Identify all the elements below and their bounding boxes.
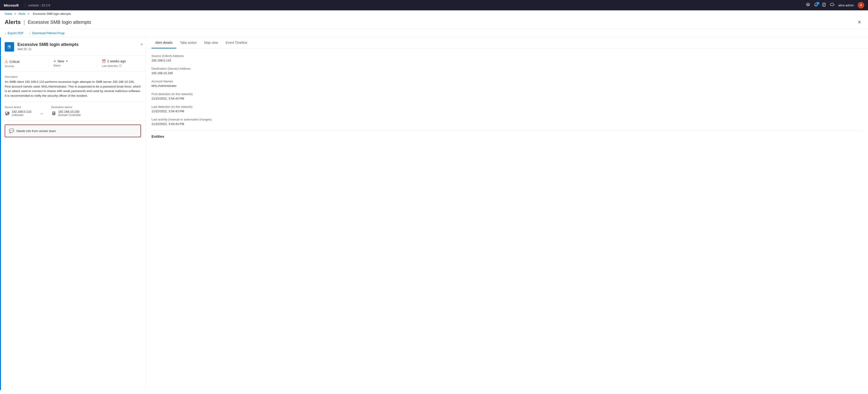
account-names-label: Account Names: [152, 80, 862, 83]
breadcrumb-current: Excessive SMB login attempts: [33, 12, 71, 16]
last-detection-label: Last detection: [102, 64, 118, 67]
notifications-icon[interactable]: 0: [814, 3, 818, 8]
settings-icon[interactable]: [806, 3, 810, 8]
breadcrumb-home[interactable]: Home: [5, 12, 12, 16]
dest-server-label: Destination (Server) Address: [152, 67, 862, 70]
download-icon: ↓: [5, 31, 6, 35]
entities-label: Entities: [152, 134, 862, 139]
download-pcap-label: Download Filtered Pcap: [32, 31, 64, 35]
right-panel: Alert details Take action Map view Event…: [146, 37, 868, 390]
alert-description: Description An SMB client 192.168.0.110 …: [0, 71, 146, 102]
page-title-divider: |: [24, 19, 25, 25]
status-meta: ✳ New ▼ Status: [53, 59, 97, 67]
alert-details-content: Source (Client) Address 192.168.0.110 De…: [146, 49, 868, 144]
alert-panel-title: Excessive SMB login attempts: [18, 42, 141, 47]
tenant-name: contoso - 22.2.6: [28, 3, 50, 7]
main-content: ⛨ Excessive SMB login attempts Alert ID:…: [0, 37, 868, 390]
last-activity-group: Last activity (manual or automated chang…: [152, 118, 862, 126]
arrow-icon: →: [39, 111, 43, 116]
download-pcap-button[interactable]: ↓ Download Filtered Pcap: [29, 31, 65, 35]
description-label: Description: [5, 75, 141, 78]
source-device-label: Source device: [5, 106, 31, 109]
account-names-group: Account Names MAL/Administrator: [152, 80, 862, 88]
page-header: Alerts | Excessive SMB login attempts ✕: [0, 18, 868, 29]
account-names-value: MAL/Administrator: [152, 84, 862, 88]
info-box-text: Needs info from vendor team: [17, 129, 56, 133]
dest-device-label: Destination device: [51, 106, 81, 109]
destination-device: Destination device 🖥 192.168.10.100 Doma…: [51, 106, 81, 117]
first-detection-label: First detection (in the network): [152, 92, 862, 96]
last-detection-info-icon[interactable]: ⓘ: [119, 64, 122, 67]
last-detection-net-value: 11/22/2022, 3:54:43 PM: [152, 110, 862, 113]
source-ip: 192.168.0.110: [12, 110, 31, 114]
left-accent: [0, 37, 1, 390]
source-device-icon: 🖳: [5, 111, 10, 117]
detail-divider: [152, 130, 862, 131]
dest-type: Domain Controller: [58, 114, 81, 117]
action-bar: ↓ Export PDF ↓ Download Filtered Pcap: [0, 29, 868, 37]
comment-icon: 💬: [9, 128, 14, 133]
info-box[interactable]: 💬 Needs info from vendor team: [5, 124, 141, 137]
tabs: Alert details Take action Map view Event…: [146, 37, 868, 49]
notification-count: 0: [816, 2, 819, 5]
first-detection-value: 11/22/2022, 3:54:43 PM: [152, 97, 862, 100]
source-type: Unknown: [12, 114, 31, 117]
export-pdf-label: Export PDF: [8, 31, 24, 35]
last-activity-value: 11/22/2022, 3:54:43 PM: [152, 122, 862, 126]
page-title: Alerts: [5, 19, 21, 25]
tab-alert-details[interactable]: Alert details: [152, 37, 176, 49]
book-icon[interactable]: [822, 3, 826, 8]
breadcrumb-alerts[interactable]: Alerts: [18, 12, 26, 16]
status-label: Status: [53, 64, 92, 67]
status-spinner-icon: ✳: [53, 59, 56, 63]
dest-server-group: Destination (Server) Address 192.168.10.…: [152, 67, 862, 75]
detection-meta: ⏰ 2 weeks ago Last detection ⓘ: [102, 59, 141, 67]
tab-event-timeline[interactable]: Event Timeline: [222, 37, 251, 49]
first-detection-group: First detection (in the network) 11/22/2…: [152, 92, 862, 100]
download-pcap-icon: ↓: [29, 31, 31, 35]
collapse-button[interactable]: »: [141, 42, 143, 47]
last-activity-label: Last activity (manual or automated chang…: [152, 118, 862, 121]
microsoft-logo: Microsoft: [4, 3, 19, 7]
severity-value: Critical: [9, 60, 20, 64]
dest-device-icon: 🖥: [51, 111, 56, 117]
dest-server-value: 192.168.10.100: [152, 71, 862, 75]
time-icon: ⏰: [102, 59, 106, 63]
left-panel: ⛨ Excessive SMB login attempts Alert ID:…: [0, 37, 146, 390]
close-button[interactable]: ✕: [856, 18, 863, 26]
dest-ip: 192.168.10.100: [58, 110, 81, 114]
user-avatar[interactable]: A: [858, 2, 864, 8]
tab-take-action[interactable]: Take action: [176, 37, 200, 49]
export-pdf-button[interactable]: ↓ Export PDF: [5, 31, 24, 35]
breadcrumb: Home > Alerts > Excessive SMB login atte…: [0, 10, 868, 18]
alert-id: Alert ID: 21: [18, 48, 141, 51]
source-device: Source device 🖳 192.168.0.110 Unknown: [5, 106, 31, 117]
severity-icon: ⚠: [5, 59, 8, 64]
status-value: New: [58, 59, 64, 63]
user-name[interactable]: alice-admin: [838, 3, 854, 7]
alert-meta: ⚠ Critical Severity ✳ New ▼ Status ⏰ 2 w…: [0, 56, 146, 71]
alert-shield: ⛨: [5, 42, 14, 52]
source-client-label: Source (Client) Address: [152, 54, 862, 58]
tab-map-view[interactable]: Map view: [200, 37, 222, 49]
cloud-icon[interactable]: [830, 3, 835, 8]
page-subtitle: Excessive SMB login attempts: [28, 20, 91, 25]
last-detection-net-group: Last detection (in the network) 11/22/20…: [152, 105, 862, 113]
last-detection-net-label: Last detection (in the network): [152, 105, 862, 109]
source-client-group: Source (Client) Address 192.168.0.110: [152, 54, 862, 62]
description-text: An SMB client 192.168.0.110 performs exc…: [5, 80, 141, 98]
status-dropdown-icon[interactable]: ▼: [66, 60, 68, 63]
devices-section: Source device 🖳 192.168.0.110 Unknown → …: [0, 102, 146, 121]
shield-icon: ⛨: [7, 44, 12, 50]
severity-label: Severity: [5, 65, 44, 67]
source-client-value: 192.168.0.110: [152, 59, 862, 62]
top-navigation: Microsoft contoso - 22.2.6 0 alice-admin…: [0, 0, 868, 10]
alert-panel-header: ⛨ Excessive SMB login attempts Alert ID:…: [0, 37, 146, 56]
last-detection-value: 2 weeks ago: [107, 59, 126, 63]
severity-meta: ⚠ Critical Severity: [5, 59, 49, 67]
